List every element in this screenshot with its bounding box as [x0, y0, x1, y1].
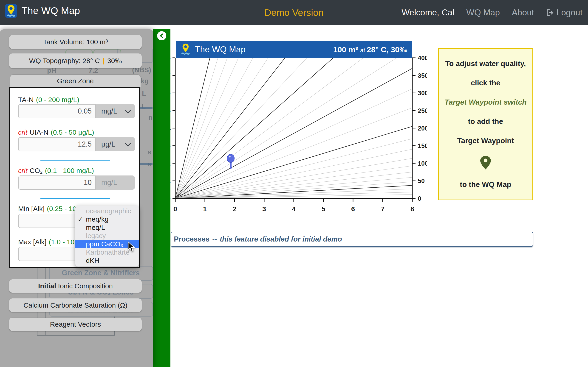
- info-line: To adjust water quality,: [445, 59, 526, 68]
- uia-n-input[interactable]: [18, 137, 96, 151]
- collapsed-panel-strip: [153, 29, 170, 367]
- navbar: The WQ Map Demo Version Welcome, Cal WQ …: [0, 0, 588, 25]
- dropdown-option-oceanographic: oceanographic: [75, 207, 139, 215]
- orange-pipe-separator: |: [103, 57, 104, 65]
- svg-text:0: 0: [173, 205, 177, 213]
- svg-text:1: 1: [203, 205, 207, 213]
- nav-link-wq-map[interactable]: WQ Map: [466, 8, 500, 17]
- uia-n-unit-select[interactable]: µg/L: [96, 137, 135, 151]
- dropdown-option-meq-l[interactable]: meq/L: [75, 223, 139, 232]
- reagent-vectors-button[interactable]: Reagent Vectors: [9, 318, 142, 331]
- section-divider: [40, 198, 110, 199]
- ghost-unit-l: L: [141, 102, 146, 110]
- svg-text:250: 250: [418, 107, 427, 114]
- green-zone-tab[interactable]: Green Zone: [10, 75, 141, 87]
- chevron-down-icon: [125, 140, 131, 147]
- ghost-frag-s: s: [147, 148, 151, 156]
- target-waypoint-info-box: To adjust water quality, click the Targe…: [438, 48, 533, 200]
- ghost-unit-kg: kg: [141, 77, 149, 85]
- chevron-down-icon: [125, 107, 131, 114]
- info-line: to the WQ Map: [460, 180, 511, 189]
- welcome-user-label: Welcome, Cal: [402, 8, 455, 17]
- svg-text:0: 0: [418, 195, 421, 202]
- processes-title: Processes: [174, 235, 209, 243]
- co2-unit-select-disabled: mg/L: [96, 175, 135, 190]
- map-pin-waves-icon: [180, 43, 191, 56]
- svg-text:8: 8: [410, 205, 414, 213]
- info-line: to add the: [468, 117, 503, 126]
- svg-text:350: 350: [418, 72, 427, 79]
- initial-ionic-composition-button[interactable]: Initial Ionic Composition: [9, 279, 142, 293]
- chevron-left-icon: [159, 33, 165, 39]
- alkalinity-unit-dropdown: oceanographic ✓meq/kg meq/L legacy ppm C…: [75, 206, 139, 267]
- wq-map-app: The WQ Map Demo Version Welcome, Cal WQ …: [0, 0, 588, 367]
- svg-text:400: 400: [418, 55, 427, 61]
- co2-row: mg/L: [18, 175, 135, 190]
- max-alk-label: Max [Alk](1.0 - 10 m: [18, 238, 82, 246]
- svg-text:7: 7: [381, 205, 384, 213]
- info-line: Target Waypoint: [457, 136, 514, 145]
- svg-text:3: 3: [262, 205, 266, 213]
- controls-sidebar: pH 7.2 (NBS) kg L L n s s Green Zone & N…: [0, 29, 153, 367]
- info-line: click the: [471, 79, 500, 87]
- mouse-cursor: [127, 241, 136, 252]
- svg-text:200: 200: [418, 125, 427, 132]
- dropdown-option-legacy: legacy: [75, 232, 139, 240]
- checkmark-icon: ✓: [78, 216, 83, 223]
- wq-topography-button[interactable]: WQ Topography: 28° C | 30‰: [9, 53, 142, 68]
- ta-n-label: TA-N(0 - 200 mg/L): [18, 96, 79, 104]
- co2-input[interactable]: [18, 175, 96, 190]
- svg-text:50: 50: [418, 177, 425, 184]
- processes-note: this feature disabled for initial demo: [220, 235, 342, 243]
- dropdown-option-meq-kg[interactable]: ✓meq/kg: [75, 215, 139, 223]
- svg-text:6: 6: [351, 205, 355, 213]
- tank-volume-button[interactable]: Tank Volume: 100 m³: [9, 35, 142, 49]
- logout-icon: [546, 9, 554, 17]
- ta-n-unit-select[interactable]: mg/L: [96, 104, 135, 118]
- svg-text:150: 150: [418, 142, 427, 149]
- wq-chart-canvas[interactable]: 0123456780501001502002503003504000123456…: [164, 55, 427, 213]
- nav-link-about[interactable]: About: [512, 8, 534, 17]
- ta-n-row: mg/L: [18, 104, 135, 118]
- dropdown-option-dkh[interactable]: dKH: [75, 257, 139, 265]
- ghost-unit-l: L: [142, 90, 146, 97]
- processes-dashes: --: [212, 235, 217, 243]
- ghost-frag-n: n: [148, 114, 153, 122]
- navbar-right: Welcome, Cal WQ Map About Logout: [402, 0, 582, 25]
- collapse-sidebar-button[interactable]: [157, 31, 166, 40]
- ghost-hline: [37, 335, 115, 336]
- chart-conditions-label: 100 m³ at 28° C, 30‰: [333, 45, 407, 54]
- svg-text:300: 300: [418, 90, 427, 97]
- svg-text:4: 4: [292, 205, 296, 213]
- chart-title: The WQ Map: [195, 45, 246, 54]
- target-waypoint-pin-icon: [480, 156, 491, 169]
- svg-text:2: 2: [233, 205, 236, 213]
- processes-bar: Processes -- this feature disabled for i…: [171, 232, 533, 247]
- nav-link-logout[interactable]: Logout: [546, 8, 582, 17]
- white-gap: [0, 25, 588, 29]
- svg-text:5: 5: [321, 205, 325, 213]
- uia-n-row: µg/L: [18, 137, 135, 151]
- ghost-button-green-zone-nitrifiers: Green Zone & Nitrifiers: [49, 269, 152, 277]
- uia-n-label: critUIA-N(0.5 - 50 µg/L): [18, 128, 94, 136]
- calcium-carbonate-saturation-button[interactable]: Calcium Carbonate Saturation (Ω): [9, 298, 142, 312]
- co2-label: critCO₂(0.1 - 100 mg/L): [18, 167, 94, 175]
- ta-n-input[interactable]: [18, 104, 96, 118]
- section-divider: [40, 160, 110, 161]
- svg-text:100: 100: [418, 160, 427, 167]
- min-alk-label: Min [Alk](0.25 - 10 m: [18, 205, 84, 213]
- target-waypoint-switch-label: Target Waypoint switch: [444, 98, 527, 106]
